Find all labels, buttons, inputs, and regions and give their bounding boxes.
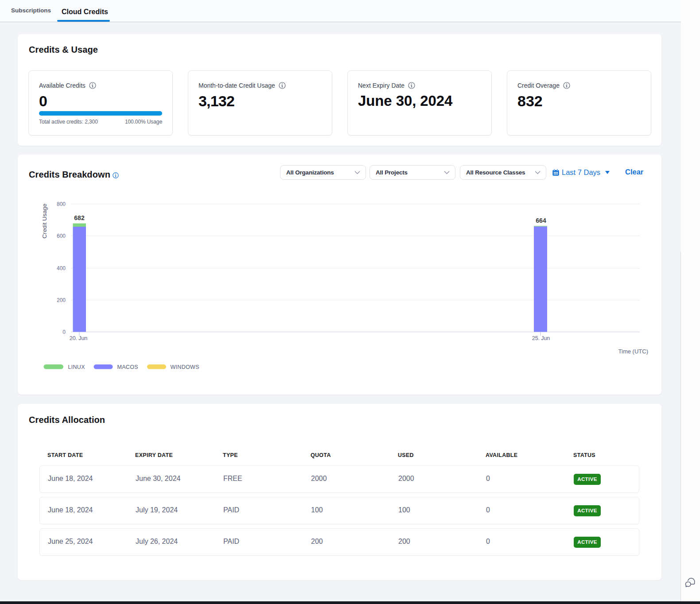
svg-text:682: 682 <box>74 214 85 221</box>
svg-text:25. Jun: 25. Jun <box>532 335 550 341</box>
svg-text:Time (UTC): Time (UTC) <box>618 348 648 355</box>
svg-text:200: 200 <box>57 297 66 303</box>
svg-text:20. Jun: 20. Jun <box>70 335 87 341</box>
svg-text:WINDOWS: WINDOWS <box>171 364 199 370</box>
svg-text:Credit Usage: Credit Usage <box>41 204 48 239</box>
svg-text:664: 664 <box>536 217 546 224</box>
svg-text:400: 400 <box>57 265 66 271</box>
svg-text:600: 600 <box>57 233 66 239</box>
svg-text:0: 0 <box>62 329 66 335</box>
svg-text:MACOS: MACOS <box>117 364 138 370</box>
svg-text:LINUX: LINUX <box>68 364 86 370</box>
svg-text:800: 800 <box>57 201 66 207</box>
